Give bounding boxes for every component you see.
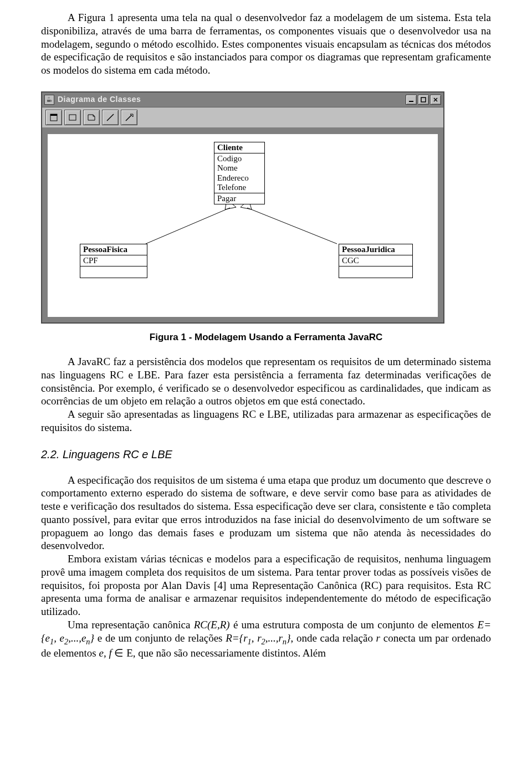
math-in-e: ∈ E bbox=[112, 647, 133, 659]
text-frag: Uma representação canônica bbox=[68, 619, 194, 631]
generalization-tool-button[interactable] bbox=[121, 110, 137, 125]
select-tool-button[interactable] bbox=[45, 110, 62, 125]
uml-attrs: Codigo Nome Endereco Telefone bbox=[214, 153, 264, 193]
window-diagrama-de-classes: Diagrama de Classes bbox=[41, 91, 444, 324]
note-tool-button[interactable] bbox=[83, 110, 100, 125]
uml-attr: Nome bbox=[217, 163, 262, 173]
toolbar bbox=[42, 107, 443, 129]
paragraph-rc-definition: Uma representação canônica RC(E,R) é uma… bbox=[41, 618, 491, 660]
svg-rect-1 bbox=[421, 98, 426, 102]
figure-1-caption: Figura 1 - Modelagem Usando a Ferramenta… bbox=[41, 331, 491, 343]
svg-rect-0 bbox=[409, 101, 413, 102]
uml-attr: CGC bbox=[342, 256, 410, 265]
paragraph-spec-reqs: A especificação dos requisitos de um sis… bbox=[41, 474, 491, 553]
class-tool-button[interactable] bbox=[64, 110, 81, 125]
svg-line-5 bbox=[146, 208, 230, 244]
math-ef: e, f bbox=[99, 647, 111, 659]
uml-attrs: CGC bbox=[339, 255, 412, 266]
association-tool-button[interactable] bbox=[102, 110, 119, 125]
uml-attr: Endereco bbox=[217, 173, 262, 183]
minimize-button[interactable] bbox=[406, 95, 417, 105]
svg-rect-4 bbox=[69, 115, 76, 120]
svg-line-6 bbox=[247, 208, 337, 244]
uml-class-name: PessoaJuridica bbox=[339, 244, 412, 255]
java-cup-icon bbox=[44, 95, 54, 105]
uml-attr: Codigo bbox=[217, 154, 262, 163]
close-button[interactable] bbox=[430, 95, 441, 105]
paragraph-intro: A Figura 1 apresenta uma tela na qual o … bbox=[41, 11, 491, 77]
paragraph-rc-lbe-intro: A seguir são apresentadas as linguagens … bbox=[41, 408, 491, 434]
uml-class-name: PessoaFisica bbox=[80, 244, 147, 255]
window-titlebar: Diagrama de Classes bbox=[42, 93, 443, 107]
uml-class-cliente[interactable]: Cliente Codigo Nome Endereco Telefone Pa… bbox=[214, 142, 265, 205]
paragraph-rc-canonical: Embora existam várias técnicas e modelos… bbox=[41, 552, 491, 618]
window-title: Diagrama de Classes bbox=[58, 95, 406, 105]
uml-class-pessoa-juridica[interactable]: PessoaJuridica CGC bbox=[339, 244, 413, 278]
uml-attr: Telefone bbox=[217, 183, 262, 192]
text-frag: , que não são necessariamente distintos.… bbox=[133, 647, 326, 659]
text-frag: é uma estrutura composta de um conjunto … bbox=[230, 619, 478, 631]
uml-ops: Pagar bbox=[214, 193, 264, 204]
uml-class-name: Cliente bbox=[214, 142, 264, 153]
uml-attrs: CPF bbox=[80, 255, 147, 266]
uml-class-pessoa-fisica[interactable]: PessoaFisica CPF bbox=[80, 244, 147, 278]
paragraph-javarc-persist: A JavaRC faz a persistência dos modelos … bbox=[41, 355, 491, 408]
heading-2-2: 2.2. Linguagens RC e LBE bbox=[41, 448, 491, 462]
uml-ops bbox=[80, 266, 147, 277]
maximize-button[interactable] bbox=[418, 95, 429, 105]
math-r-set: R={r1, r2,...,rn} bbox=[226, 632, 290, 644]
diagram-canvas[interactable]: Cliente Codigo Nome Endereco Telefone Pa… bbox=[48, 134, 438, 317]
window-client-area: Cliente Codigo Nome Endereco Telefone Pa… bbox=[42, 129, 443, 322]
text-frag: , onde cada relação bbox=[291, 632, 376, 644]
uml-ops bbox=[339, 266, 412, 277]
svg-rect-3 bbox=[50, 114, 57, 116]
uml-attr: CPF bbox=[83, 256, 144, 265]
math-r: r bbox=[376, 632, 380, 644]
uml-op: Pagar bbox=[217, 194, 262, 203]
text-frag: e de um conjunto de relações bbox=[94, 632, 226, 644]
figure-1: Diagrama de Classes bbox=[41, 91, 491, 324]
math-rc-er: RC(E,R) bbox=[194, 619, 230, 631]
